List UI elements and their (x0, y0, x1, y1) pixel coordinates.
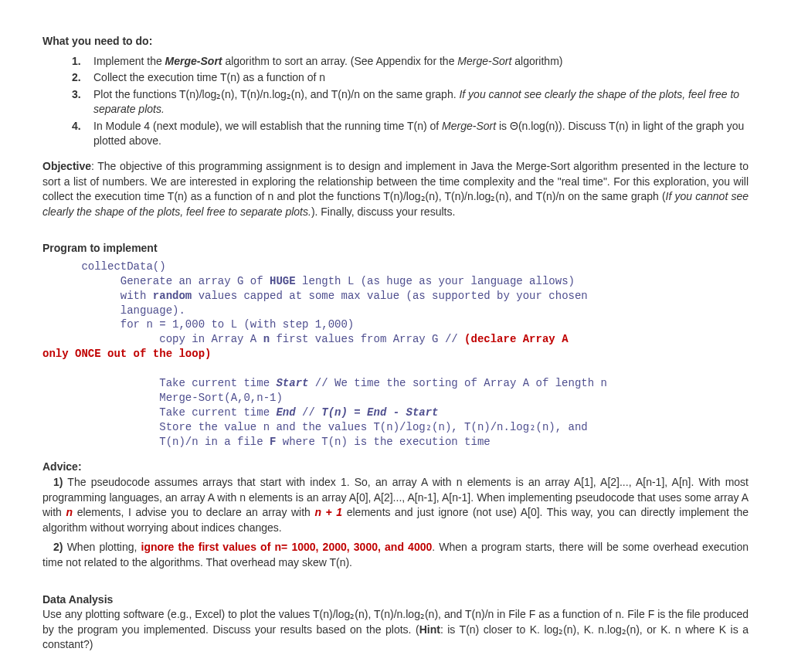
code-l10c: // (296, 406, 322, 419)
code-l9: Merge-Sort(A,0,n-1) (42, 392, 283, 404)
code-l11: Store the value n and the values T(n)/lo… (42, 421, 588, 433)
code-l2b: HUGE (270, 275, 296, 287)
code-l10b: End (276, 406, 295, 419)
data-analysis-paragraph: Use any plotting software (e.g., Excel) … (42, 607, 749, 653)
advice-heading: Advice: (42, 460, 749, 475)
code-l4: language). (42, 304, 185, 317)
objective-text-1: : The objective of this programming assi… (42, 160, 749, 202)
advice-p1a: 1) (53, 476, 63, 488)
code-l2a: Generate an array G of (42, 275, 270, 287)
advice-p2b: When plotting, (63, 541, 141, 553)
objective-paragraph: Objective: The objective of this program… (42, 159, 749, 219)
advice-p1e: n + 1 (314, 506, 342, 518)
code-l8c: // We time the sorting of Array A of len… (308, 377, 606, 389)
task-num-1: 1. (72, 54, 89, 69)
task-4-text-a: In Module 4 (next module), we will estab… (93, 120, 442, 132)
code-l10a: Take current time (42, 406, 276, 419)
task-item-1: 1. Implement the Merge-Sort algorithm to… (72, 54, 749, 69)
code-l3a: with (42, 290, 153, 302)
task-2-text: Collect the execution time T(n) as a fun… (93, 71, 325, 83)
code-l12a: T(n)/n in a file (42, 436, 270, 448)
task-item-3: 3. Plot the functions T(n)/log₂(n), T(n)… (72, 87, 749, 117)
code-l8b: Start (276, 377, 308, 389)
code-l1: collectData() (42, 260, 166, 273)
task-item-2: 2. Collect the execution time T(n) as a … (72, 70, 749, 85)
code-l6d: (declare Array A (464, 333, 568, 345)
advice-p1d: elements, I advise you to declare an arr… (73, 506, 314, 518)
code-l7: only ONCE out of the loop) (42, 348, 211, 360)
advice-p1c: n (66, 506, 73, 518)
code-l3c: values capped at some max value (as supp… (192, 290, 587, 302)
task-1-text-a: Implement the (93, 55, 165, 67)
objective-text-3: ). Finally, discuss your results. (311, 205, 455, 218)
task-1-text-e: algorithm) (511, 55, 562, 67)
merge-sort-ref: Merge-Sort (457, 55, 511, 67)
advice-p2: 2) When plotting, ignore the first value… (42, 540, 749, 570)
task-num-4: 4. (72, 119, 89, 134)
heading-what-you-need: What you need to do: (42, 34, 749, 49)
program-heading: Program to implement (42, 241, 749, 256)
task-item-4: 4. In Module 4 (next module), we will es… (72, 119, 749, 148)
code-l6c: first values from Array G // (270, 333, 464, 345)
task-3-text-a: Plot the functions T(n)/log₂(n), T(n)/n.… (93, 88, 459, 100)
advice-p2c: ignore the first values of n= 1000, 2000… (141, 541, 433, 553)
task-num-2: 2. (72, 70, 89, 85)
code-l3b: random (153, 290, 192, 302)
objective-label: Objective (42, 160, 91, 172)
data-analysis-heading: Data Analysis (42, 592, 749, 608)
advice-p2a: 2) (53, 541, 63, 553)
code-l6a: copy in Array A (42, 333, 263, 345)
code-l6b: n (263, 333, 270, 345)
code-l8a: Take current time (42, 377, 276, 389)
advice-p1: 1) The pseudocode assumes arrays that st… (42, 475, 749, 535)
task-1-text-c: algorithm to sort an array. (See Appendi… (222, 55, 458, 67)
task-num-3: 3. (72, 87, 89, 102)
da-t2: Hint (419, 623, 440, 636)
code-l12c: where T(n) is the execution time (276, 436, 490, 448)
merge-sort-label: Merge-Sort (165, 55, 222, 67)
merge-sort-ref-2: Merge-Sort (442, 120, 496, 132)
code-l5: for n = 1,000 to L (with step 1,000) (42, 318, 354, 331)
task-list: 1. Implement the Merge-Sort algorithm to… (42, 54, 749, 148)
pseudocode-block: collectData() Generate an array G of HUG… (42, 260, 749, 450)
code-l10d: T(n) = End - Start (321, 406, 438, 419)
code-l2c: length L (as huge as your language allow… (296, 275, 575, 287)
